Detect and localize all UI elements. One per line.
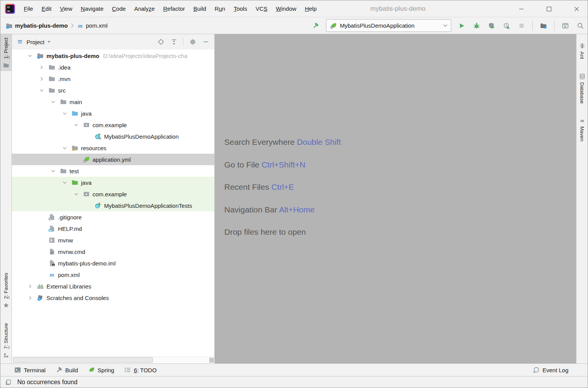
breadcrumb-item-pom-xml[interactable]: mpom.xml (77, 22, 108, 29)
chevron-down-icon[interactable] (59, 111, 70, 116)
project-structure-button[interactable] (539, 22, 548, 30)
run-button[interactable] (457, 22, 466, 30)
chevron-down-icon[interactable] (36, 88, 47, 93)
chevron-down-icon[interactable] (70, 192, 82, 196)
chevron-down-icon[interactable] (47, 100, 59, 104)
tool-button-terminal[interactable]: Terminal (14, 366, 46, 373)
tool-button-build[interactable]: Build (56, 366, 78, 373)
tool-button-7-structure[interactable]: 7: Structure (0, 320, 12, 361)
menu-item-run[interactable]: Run (210, 0, 230, 17)
tree-row-scratches-and-consoles[interactable]: Scratches and Consoles (12, 292, 214, 303)
chevron-down-icon[interactable] (47, 41, 51, 43)
build-project-button[interactable] (311, 22, 320, 30)
menu-item-file[interactable]: File (20, 0, 37, 17)
tree-item-label: mvnw (56, 237, 73, 244)
tree-row-src[interactable]: src (12, 85, 214, 96)
stop-button[interactable] (517, 22, 526, 30)
tool-button-maven[interactable]: mMaven (579, 114, 585, 141)
scrollbar-thumb[interactable] (13, 357, 153, 363)
run-window-button[interactable] (561, 22, 570, 30)
tool-button-1-project[interactable]: 1: Project (0, 34, 12, 71)
chevron-down-icon[interactable] (47, 169, 59, 173)
run-with-coverage-button[interactable] (487, 22, 496, 30)
breadcrumb-item-mybatis-plus-demo[interactable]: mybatis-plus-demo (6, 22, 68, 29)
menu-item-refactor[interactable]: Refactor (159, 0, 189, 17)
folder-icon (47, 64, 56, 71)
tool-button-label: Ant (579, 51, 585, 59)
tree-row-idea[interactable]: .idea (12, 61, 214, 73)
tree-row-test[interactable]: test (12, 165, 214, 177)
chevron-down-icon[interactable] (59, 146, 70, 150)
search-everywhere-button[interactable] (576, 22, 585, 30)
maven-icon: m (47, 271, 56, 278)
tree-row-java[interactable]: java (12, 177, 214, 188)
intellij-logo-icon: IJ (5, 4, 15, 14)
tree-row-gitignore[interactable]: .gitignore (12, 211, 214, 223)
project-view-title[interactable]: Project (27, 39, 45, 45)
tool-button-spring[interactable]: Spring (88, 366, 114, 373)
tree-item-label: com.example (91, 122, 127, 128)
tree-row-mvnw[interactable]: mvnw (12, 234, 214, 246)
tree-row-application-yml[interactable]: application.yml (12, 154, 214, 165)
menu-item-vcs[interactable]: VCS (251, 0, 272, 17)
tree-row-com-example[interactable]: com.example (12, 188, 214, 200)
tree-row-resources[interactable]: resources (12, 142, 214, 154)
menu-item-build[interactable]: Build (189, 0, 210, 17)
menu-item-navigate[interactable]: Navigate (76, 0, 108, 17)
maven-icon: m (77, 22, 84, 29)
tree-row-mybatisplusdemoapplicationtests[interactable]: CMybatisPlusDemoApplicationTests (12, 200, 214, 211)
toolbar-separator (532, 21, 533, 31)
tool-button-label: Event Log (542, 367, 568, 373)
menu-item-tools[interactable]: Tools (229, 0, 251, 17)
debug-button[interactable] (472, 22, 481, 30)
profile-button[interactable] (502, 22, 511, 30)
menu-item-analyze[interactable]: Analyze (130, 0, 159, 17)
minimize-button[interactable] (512, 0, 530, 17)
menu-item-view[interactable]: View (56, 0, 76, 17)
locate-file-button[interactable] (157, 38, 165, 46)
menu-item-window[interactable]: Window (272, 0, 300, 17)
tree-row-mvnw-cmd[interactable]: mvnw.cmd (12, 246, 214, 257)
close-button[interactable] (568, 0, 585, 17)
chevron-right-icon[interactable] (36, 77, 47, 81)
bottom-bar-left: TerminalBuildSpring6: TODO (0, 366, 533, 373)
settings-button[interactable] (189, 38, 197, 46)
chevron-down-icon[interactable] (70, 123, 82, 127)
tree-row-mvn[interactable]: .mvn (12, 73, 214, 85)
tree-row-com-example[interactable]: com.example (12, 119, 214, 131)
editor-area[interactable]: Search Everywhere Double ShiftGo to File… (215, 34, 576, 363)
collapse-all-button[interactable] (170, 38, 178, 46)
tool-button-2-favorites[interactable]: 2: Favorites (0, 269, 12, 311)
toolbar-right: MybatisPlusDemoApplication (311, 17, 585, 34)
maximize-button[interactable] (540, 0, 558, 17)
svg-text:C: C (96, 204, 99, 208)
hide-button[interactable] (202, 38, 210, 46)
tree-row-mybatis-plus-demo[interactable]: mybatis-plus-demoD:\IdeaProjects\IdeaPro… (12, 50, 214, 61)
chevron-right-icon[interactable] (24, 296, 36, 300)
tool-button-database[interactable]: Database (579, 70, 585, 104)
shortcut-label: Search Everywhere (224, 138, 295, 146)
chevron-down-icon[interactable] (59, 181, 70, 185)
tree-row-mybatis-plus-demo-iml[interactable]: mybatis-plus-demo.iml (12, 257, 214, 269)
shortcut-label: Navigation Bar (224, 205, 277, 214)
tree-item-label: main (68, 99, 82, 105)
menu-item-code[interactable]: Code (108, 0, 130, 17)
tree-row-pom-xml[interactable]: mpom.xml (12, 269, 214, 280)
tree-row-external-libraries[interactable]: External Libraries (12, 280, 214, 292)
tool-button-label: Maven (579, 126, 585, 141)
run-config-combo[interactable]: MybatisPlusDemoApplication (326, 19, 451, 32)
toolwindow-toggle-icon[interactable] (5, 379, 12, 386)
tool-button-ant[interactable]: Ant (579, 39, 585, 59)
chevron-right-icon[interactable] (24, 284, 36, 289)
chevron-right-icon[interactable] (36, 65, 47, 70)
menu-item-help[interactable]: Help (301, 0, 321, 17)
chevron-down-icon[interactable] (24, 54, 36, 58)
tool-button-6-todo[interactable]: 6: TODO (124, 366, 156, 373)
tree-row-java[interactable]: java (12, 108, 214, 119)
tool-button-event-log[interactable]: Event Log (533, 366, 568, 373)
tree-row-mybatisplusdemoapplication[interactable]: CMybatisPlusDemoApplication (12, 131, 214, 142)
tree-row-help-md[interactable]: MDHELP.md (12, 223, 214, 234)
menu-item-edit[interactable]: Edit (37, 0, 56, 17)
project-panel-header: Project (12, 34, 214, 50)
tree-row-main[interactable]: main (12, 96, 214, 108)
